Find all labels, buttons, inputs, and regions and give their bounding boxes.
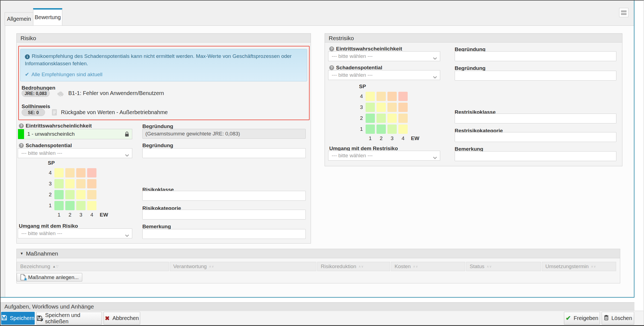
matrix-cell[interactable] <box>54 179 64 188</box>
column-header-status[interactable]: Status ∧∨ <box>466 262 541 271</box>
matrix-cell[interactable] <box>387 114 397 123</box>
begruendung2-input[interactable] <box>142 148 306 158</box>
matrix-cell[interactable] <box>87 201 96 210</box>
matrix-cell[interactable] <box>398 103 408 112</box>
matrix-cell[interactable] <box>76 168 86 177</box>
save-button[interactable]: Speichern <box>1 312 35 325</box>
column-header-bezeichnung[interactable]: Bezeichnung ▲▽ <box>17 262 169 271</box>
help-icon[interactable]: ? <box>19 123 24 128</box>
matrix-cell[interactable] <box>377 103 386 112</box>
rest-begruendung1-input[interactable] <box>455 51 616 61</box>
sp-label-row: ? Schadenspotential <box>19 143 72 149</box>
matrix-cell[interactable] <box>76 190 86 199</box>
ew-color-block <box>18 129 24 139</box>
help-icon[interactable]: ? <box>329 65 334 70</box>
rest-begruendung2-input[interactable] <box>455 71 616 81</box>
matrix-cell[interactable] <box>54 201 64 210</box>
matrix-cell[interactable] <box>366 103 375 112</box>
matrix-cell[interactable] <box>54 168 64 177</box>
sort-icons: ∧∨ <box>209 265 214 268</box>
matrix-y-tick: 3 <box>356 104 363 110</box>
risk-recommendation-highlight: iRisikoempfehlung des Schadenspotentials… <box>18 46 310 120</box>
risiko-panel-title: Risiko <box>17 34 311 43</box>
chevron-down-icon <box>125 152 129 158</box>
save-close-label: Speichern und schließen <box>45 312 102 325</box>
ew-label: Eintrittswahrscheinlichkeit <box>26 123 92 129</box>
massnahmen-table-header: Bezeichnung ▲▽ Verantwortung ∧∨ Risikore… <box>17 262 616 271</box>
matrix-cell[interactable] <box>87 190 96 199</box>
matrix-cell[interactable] <box>87 168 96 177</box>
bedrohung-text[interactable]: B1-1: Fehler von Anwendern/Benutzern <box>68 90 164 96</box>
sort-icons: ∧∨ <box>358 265 364 268</box>
matrix-cell[interactable] <box>387 125 397 134</box>
help-icon[interactable]: ? <box>329 46 334 51</box>
rest-sp-select[interactable]: --- bitte wählen --- <box>328 70 440 80</box>
restrisikokategorie-input[interactable] <box>455 132 616 142</box>
add-star-icon: * <box>24 278 27 282</box>
matrix-cell[interactable] <box>387 92 397 101</box>
rest-ew-label: Eintrittswahrscheinlichkeit <box>336 46 402 52</box>
matrix-cell[interactable] <box>366 92 375 101</box>
bemerkung-input[interactable] <box>142 229 306 239</box>
help-icon[interactable]: ? <box>19 143 24 148</box>
cancel-button[interactable]: ✖ Abbrechen <box>104 312 140 325</box>
matrix-cell[interactable] <box>65 168 75 177</box>
matrix-cell[interactable] <box>76 201 86 210</box>
matrix-cell[interactable] <box>65 201 75 210</box>
matrix-cell[interactable] <box>366 114 375 123</box>
column-label: Verantwortung <box>173 263 207 269</box>
restrisikoklasse-input[interactable] <box>455 114 616 123</box>
rest-bemerkung-input[interactable] <box>455 151 616 161</box>
matrix-cell[interactable] <box>377 92 386 101</box>
matrix-cell[interactable] <box>377 114 386 123</box>
column-header-verantwortung[interactable]: Verantwortung ∧∨ <box>170 262 316 271</box>
sollhinweis-text[interactable]: Rückgabe von Werten - Außerbetriebnahme <box>61 109 168 115</box>
sp-select-value: --- bitte wählen --- <box>21 150 62 156</box>
matrix-y-tick: 2 <box>356 115 363 121</box>
matrix-cell[interactable] <box>377 125 386 134</box>
massnahme-anlegen-button[interactable]: * Maßnahme anlegen... <box>17 273 82 281</box>
save-and-close-button[interactable]: ✗ Speichern und schließen <box>36 312 102 325</box>
matrix-cell[interactable] <box>65 179 75 188</box>
rest-risk-matrix: 43211234EW <box>356 92 419 141</box>
matrix-cell[interactable] <box>65 190 75 199</box>
threat-cloud-icon <box>56 90 64 97</box>
matrix-cell[interactable] <box>398 125 408 134</box>
tab-bewertung[interactable]: Bewertung <box>33 8 62 25</box>
matrix-cell[interactable] <box>54 190 64 199</box>
ew-select-value: 1 - unwahrscheinlich <box>27 131 75 137</box>
matrix-cell[interactable] <box>76 179 86 188</box>
sp-label: Schadenspotential <box>26 143 72 149</box>
risikokategorie-input[interactable] <box>142 210 306 220</box>
column-header-risikoreduktion[interactable]: Risikoreduktion ∧∨ <box>317 262 390 271</box>
column-header-kosten[interactable]: Kosten ∧∨ <box>391 262 465 271</box>
matrix-y-tick: 4 <box>356 93 363 99</box>
umgang-restrisiko-select[interactable]: --- bitte wählen --- <box>328 151 440 161</box>
matrix-cell[interactable] <box>87 179 96 188</box>
rest-ew-select[interactable]: --- bitte wählen --- <box>328 51 440 61</box>
release-button[interactable]: ✔ Freigeben <box>564 312 600 325</box>
alert-info-text: Risikoempfehlung des Schadenspotentials … <box>25 53 292 66</box>
matrix-cell[interactable] <box>366 125 375 134</box>
sort-icons: ∧∨ <box>591 265 596 268</box>
matrix-cell[interactable] <box>398 92 408 101</box>
layout-toggle-button[interactable] <box>619 8 628 17</box>
sp-select[interactable]: --- bitte wählen --- <box>18 148 132 158</box>
matrix-cell[interactable] <box>387 103 397 112</box>
aufgaben-section-header[interactable]: Aufgaben, Workflows und Anhänge <box>1 302 634 310</box>
chevron-down-icon <box>433 74 437 80</box>
risikoklasse-input[interactable] <box>142 191 306 201</box>
massnahmen-header[interactable]: ▼ Maßnahmen <box>17 249 620 258</box>
matrix-ylabel: SP <box>359 84 419 90</box>
umgang-risiko-select[interactable]: --- bitte wählen --- <box>18 229 132 238</box>
delete-button[interactable]: Löschen <box>602 312 634 325</box>
info-alert: iRisikoempfehlung des Schadenspotentials… <box>20 49 307 81</box>
column-header-umsetzungstermin[interactable]: Umsetzungstermin ∧∨ <box>542 262 616 271</box>
save-label: Speichern <box>10 315 34 321</box>
matrix-cell[interactable] <box>398 114 408 123</box>
ew-label-row: ? Eintrittswahrscheinlichkeit <box>19 123 92 129</box>
alert-success-text: Alle Empfehlungen sind aktuell <box>31 72 102 77</box>
ew-select[interactable]: 1 - unwahrscheinlich <box>18 129 132 139</box>
tab-allgemein[interactable]: Allgemein <box>5 12 33 25</box>
begruendung1-input[interactable] <box>142 129 306 139</box>
